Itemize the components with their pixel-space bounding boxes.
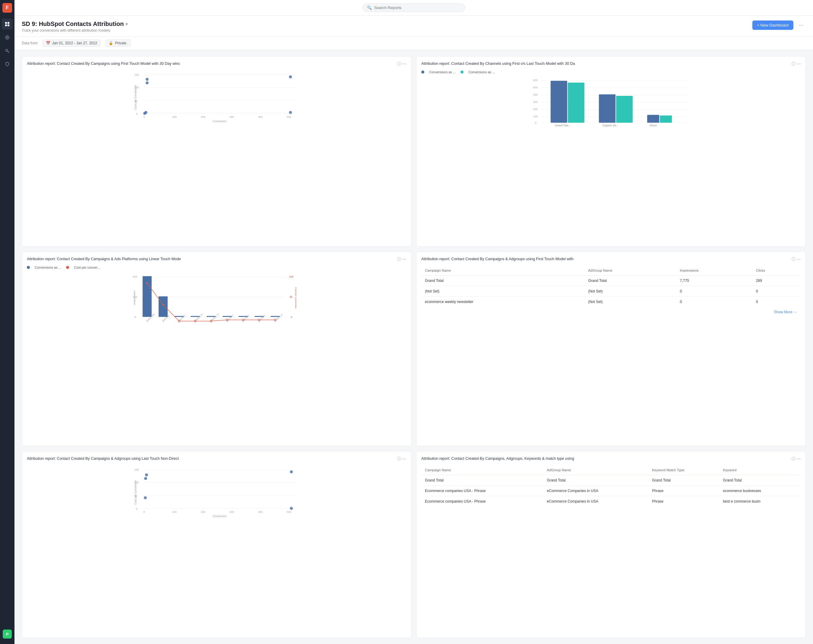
card6-more-button[interactable]: ··· — [797, 456, 801, 462]
cell-adgroup-3: (Not Set) — [584, 296, 676, 307]
cell-adgroup-1: Grand Total — [584, 275, 676, 286]
card5-info-icon[interactable]: ⓘ — [397, 456, 401, 462]
search-input[interactable] — [374, 5, 460, 10]
card5-title: Attribution report: Contact Created By C… — [27, 456, 397, 462]
svg-point-111 — [290, 470, 293, 473]
data-from-label: Data from — [22, 41, 38, 45]
cell6-match-type-2: Phrase — [648, 486, 719, 496]
card4-table: Campaign Name AdGroup Name Impressions C… — [421, 266, 801, 307]
card2-actions: ⓘ ··· — [792, 61, 801, 67]
svg-rect-0 — [5, 22, 7, 24]
card1-info-icon[interactable]: ⓘ — [397, 61, 401, 67]
card2-chart: 600 500 400 300 200 100 0 — [421, 77, 801, 242]
svg-text:0: 0 — [535, 121, 537, 124]
svg-rect-3 — [8, 24, 9, 26]
sidebar-item-key[interactable] — [2, 45, 13, 56]
svg-point-110 — [144, 496, 147, 499]
privacy-text: Private. — [115, 41, 127, 45]
card-adgroups-table1: Attribution report: Contact Created By C… — [416, 251, 806, 447]
svg-text:300: 300 — [533, 100, 538, 103]
svg-point-28 — [143, 112, 146, 115]
new-dashboard-button[interactable]: + New Dashboard — [752, 20, 793, 30]
legend-label-3a: Conversions as ... — [35, 266, 61, 269]
dashboard-grid: Attribution report: Contact Created By C… — [14, 50, 813, 644]
svg-point-29 — [289, 75, 292, 78]
svg-text:(Not Set)...: (Not Set)... — [258, 313, 267, 322]
cell6-keyword-3: best e commerce busin — [719, 496, 801, 507]
card1-actions: ⓘ ··· — [397, 61, 406, 67]
show-more-button[interactable]: Show More → — [421, 307, 801, 314]
card3-info-icon[interactable]: ⓘ — [397, 257, 401, 262]
card6-title: Attribution report: Contact Created By C… — [421, 456, 792, 462]
cell-impressions-2: 0 — [676, 286, 752, 296]
legend-dot-red-3 — [66, 266, 69, 269]
svg-text:100: 100 — [533, 115, 538, 118]
cell-campaign-1: Grand Total — [421, 275, 584, 286]
svg-text:100: 100 — [172, 115, 177, 118]
svg-text:0: 0 — [135, 316, 136, 319]
sidebar-logo[interactable]: F — [2, 3, 12, 13]
card5-chart: 15k 10k 5k 0 Cost per Conversion 0 100 2… — [27, 465, 406, 633]
sidebar-avatar[interactable]: P — [3, 630, 12, 639]
svg-rect-49 — [647, 115, 660, 123]
card6-table-container: Campaign Name AdGroup Name Keyword Match… — [421, 465, 801, 506]
svg-point-74 — [146, 282, 148, 284]
svg-text:400: 400 — [258, 511, 263, 514]
search-bar[interactable]: 🔍 — [362, 3, 465, 12]
svg-text:Cost per Conversion: Cost per Conversion — [134, 480, 137, 505]
card6-header: Attribution report: Contact Created By C… — [421, 456, 801, 462]
card3-actions: ⓘ ··· — [397, 257, 406, 262]
svg-text:adwords_E...: adwords_E... — [194, 312, 204, 322]
svg-text:8k: 8k — [290, 295, 293, 298]
svg-text:0: 0 — [144, 511, 145, 514]
cell6-campaign-1: Grand Total — [421, 475, 543, 486]
card4-info-icon[interactable]: ⓘ — [792, 257, 796, 262]
page-title-text: SD 9: HubSpot Contacts Attribution — [22, 20, 124, 28]
svg-text:Direct: Direct — [650, 124, 657, 127]
cell-campaign-3: ecommerce weekly newsletter — [421, 296, 584, 307]
card-last-touch-scatter: Attribution report: Contact Created By C… — [22, 451, 411, 638]
cell6-keyword-2: ecommerce businesses — [719, 486, 801, 496]
card2-more-button[interactable]: ··· — [797, 61, 801, 67]
title-chevron-icon[interactable]: ▾ — [126, 22, 128, 26]
scatter-svg-1: 15k 10k 5k 0 Cost per Conversion 0 100 2… — [27, 70, 406, 124]
sidebar-item-shield[interactable] — [2, 58, 13, 69]
card1-more-button[interactable]: ··· — [402, 61, 406, 67]
privacy-badge[interactable]: 🔒 Private. — [105, 40, 131, 47]
header-more-button[interactable]: ··· — [796, 21, 806, 29]
svg-text:0: 0 — [291, 316, 292, 319]
cell6-campaign-3: Ecommerce companies USA - Phrase — [421, 496, 543, 507]
calendar-icon: 📅 — [46, 41, 51, 45]
sidebar-item-circle[interactable] — [2, 32, 13, 43]
col6-campaign-name: Campaign Name — [421, 465, 543, 475]
card1-chart: 15k 10k 5k 0 Cost per Conversion 0 100 2… — [27, 70, 406, 242]
svg-rect-46 — [568, 83, 584, 123]
date-range-text: Jan 01, 2022 - Jan 27, 2022 — [52, 41, 97, 45]
svg-text:16k: 16k — [289, 275, 294, 278]
svg-text:400: 400 — [533, 93, 538, 96]
table-row: Grand Total Grand Total 7,775 289 — [421, 275, 801, 286]
svg-text:600: 600 — [133, 275, 137, 278]
sidebar-item-grid[interactable] — [2, 19, 13, 29]
data-row: Data from 📅 Jan 01, 2022 - Jan 27, 2022 … — [14, 37, 813, 50]
svg-text:15k: 15k — [135, 468, 139, 471]
svg-point-26 — [146, 81, 149, 84]
card2-info-icon[interactable]: ⓘ — [792, 61, 796, 67]
card6-table: Campaign Name AdGroup Name Keyword Match… — [421, 465, 801, 506]
card6-info-icon[interactable]: ⓘ — [792, 456, 796, 462]
cell-impressions-3: 0 — [676, 296, 752, 307]
table4-header-row: Campaign Name AdGroup Name Impressions C… — [421, 266, 801, 275]
svg-rect-48 — [616, 96, 633, 123]
cell6-adgroup-2: eCommerce Companies in USA — [543, 486, 648, 496]
card-platforms-mixed: Attribution report: Contact Created By C… — [22, 251, 411, 447]
page-subtitle: Track your conversions with different at… — [22, 28, 128, 32]
card4-more-button[interactable]: ··· — [797, 257, 801, 262]
card3-more-button[interactable]: ··· — [402, 257, 406, 262]
svg-text:0: 0 — [137, 112, 138, 115]
card5-more-button[interactable]: ··· — [402, 456, 406, 462]
date-range-picker[interactable]: 📅 Jan 01, 2022 - Jan 27, 2022 — [43, 40, 100, 47]
cell6-keyword-1: Grand Total — [719, 475, 801, 486]
bar-svg-2: 600 500 400 300 200 100 0 — [421, 77, 801, 128]
col6-keyword: Keyword — [719, 465, 801, 475]
svg-text:0: 0 — [137, 508, 138, 511]
